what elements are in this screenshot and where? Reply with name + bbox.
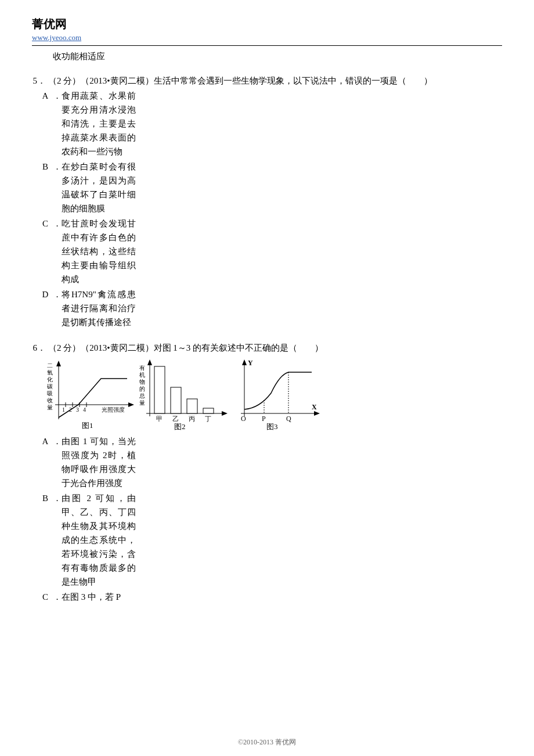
option-text: 将H7N9"禽流感患者进行隔离和治疗是切断其传播途径 (62, 287, 136, 329)
question-6: 6． （2 分）（2013•黄冈二模）对图 1～3 的有关叙述中不正确的是（ ） (32, 341, 502, 355)
svg-text:乙: 乙 (172, 415, 179, 422)
figure-1-caption: 图1 (82, 421, 93, 430)
question-stem: （2 分）（2013•黄冈二模）对图 1～3 的有关叙述中不正确的是（ ） (48, 341, 502, 355)
question-number: 6． (32, 341, 48, 355)
svg-rect-28 (154, 366, 165, 413)
option-a[interactable]: A ． 食用蔬菜、水果前要充分用清水浸泡和清洗，主要是去掉蔬菜水果表面的农药和一… (38, 89, 502, 159)
option-period: ． (53, 160, 62, 215)
svg-text:Q: Q (286, 415, 291, 423)
figure-3: Y X O P Q 图3 (230, 358, 320, 431)
svg-marker-27 (222, 411, 228, 416)
svg-text:化: 化 (47, 376, 53, 383)
svg-text:丁: 丁 (205, 415, 211, 422)
svg-text:碳: 碳 (46, 383, 53, 390)
page-footer: ©2010-2013 菁优网 (0, 737, 534, 748)
option-period: ． (53, 434, 62, 490)
figure-2-caption: 图2 (174, 422, 186, 431)
svg-text:丙: 丙 (189, 415, 195, 422)
svg-text:量: 量 (47, 404, 53, 411)
svg-text:机: 机 (139, 372, 145, 378)
svg-marker-25 (147, 359, 152, 365)
svg-text:X: X (312, 403, 317, 411)
figure-1: 二 氧 化 碳 吸 收 量 1 2 3 4 光照强度 图1 (46, 358, 136, 431)
brand-name: 菁优网 (32, 15, 502, 33)
option-c[interactable]: C ． 在图 3 中，若 P (38, 590, 502, 604)
f1-y-label: 二 (47, 362, 53, 369)
header-brand: 菁优网 www.jyeoo.com (32, 15, 502, 44)
option-b[interactable]: B ． 在炒白菜时会有很多汤汁，是因为高温破坏了白菜叶细胞的细胞膜 (38, 160, 502, 215)
figures-row: 二 氧 化 碳 吸 收 量 1 2 3 4 光照强度 图1 有 (46, 358, 502, 431)
option-text: 在炒白菜时会有很多汤汁，是因为高温破坏了白菜叶细胞的细胞膜 (62, 160, 136, 215)
svg-text:甲: 甲 (156, 415, 163, 422)
option-letter: A (38, 89, 53, 159)
svg-marker-7 (56, 361, 61, 366)
svg-marker-37 (242, 359, 247, 365)
svg-text:物: 物 (139, 379, 145, 385)
option-d[interactable]: D ． 将H7N9"禽流感患者进行隔离和治疗是切断其传播途径 (38, 287, 502, 329)
prev-question-tail: 收功能相适应 (53, 49, 502, 63)
option-letter: A (38, 434, 53, 490)
option-period: ． (53, 89, 62, 159)
svg-text:量: 量 (139, 399, 145, 406)
svg-rect-30 (187, 399, 197, 413)
f1-x-label: 光照强度 (102, 406, 125, 413)
option-text: 由图 2 可知，由甲、乙、丙、丁四种生物及其环境构成的生态系统中，若环境被污染，… (62, 491, 136, 589)
svg-text:4: 4 (83, 406, 86, 413)
svg-text:P: P (262, 415, 266, 423)
option-text: 在图 3 中，若 P (62, 590, 136, 604)
option-letter: D (38, 287, 53, 329)
svg-marker-9 (128, 402, 134, 407)
svg-text:总: 总 (139, 393, 145, 399)
option-period: ． (53, 590, 62, 604)
question-stem: （2 分）（2013•黄冈二模）生活中常常会遇到一些生物学现象，以下说法中，错误… (48, 74, 502, 88)
option-period: ． (53, 491, 62, 589)
option-letter: C (38, 217, 53, 286)
option-a[interactable]: A ． 由图 1 可知，当光照强度为 2时，植物呼吸作用强度大于光合作用强度 (38, 434, 502, 490)
option-period: ． (53, 217, 62, 286)
svg-text:氧: 氧 (47, 369, 53, 376)
option-text: 吃甘蔗时会发现甘蔗中有许多白色的丝状结构，这些结构主要由输导组织构成 (62, 217, 136, 286)
option-b[interactable]: B ． 由图 2 可知，由甲、乙、丙、丁四种生物及其环境构成的生态系统中，若环境… (38, 491, 502, 589)
option-letter: B (38, 491, 53, 589)
option-period: ． (53, 287, 62, 329)
svg-text:的: 的 (139, 386, 145, 392)
option-c[interactable]: C ． 吃甘蔗时会发现甘蔗中有许多白色的丝状结构，这些结构主要由输导组织构成 (38, 217, 502, 286)
svg-text:收: 收 (47, 397, 53, 404)
svg-text:1: 1 (62, 406, 65, 413)
question-number: 5． (32, 74, 48, 88)
svg-marker-39 (314, 411, 320, 416)
option-text: 食用蔬菜、水果前要充分用清水浸泡和清洗，主要是去掉蔬菜水果表面的农药和一些污物 (62, 89, 136, 159)
brand-url-link[interactable]: www.jyeoo.com (32, 32, 502, 44)
header-rule (32, 45, 502, 46)
figure-3-caption: 图3 (266, 422, 278, 431)
figure-2: 有 机 物 的 总 量 甲 乙 丙 丁 图2 (138, 358, 228, 431)
svg-text:3: 3 (76, 406, 79, 413)
svg-rect-29 (171, 387, 181, 413)
option-letter: C (38, 590, 53, 604)
svg-text:吸: 吸 (47, 390, 53, 397)
svg-rect-31 (203, 408, 214, 413)
svg-text:Y: Y (248, 359, 253, 367)
svg-text:有: 有 (139, 365, 145, 371)
option-text: 由图 1 可知，当光照强度为 2时，植物呼吸作用强度大于光合作用强度 (62, 434, 136, 490)
svg-text:O: O (241, 415, 246, 423)
question-5: 5． （2 分）（2013•黄冈二模）生活中常常会遇到一些生物学现象，以下说法中… (32, 74, 502, 88)
option-letter: B (38, 160, 53, 215)
